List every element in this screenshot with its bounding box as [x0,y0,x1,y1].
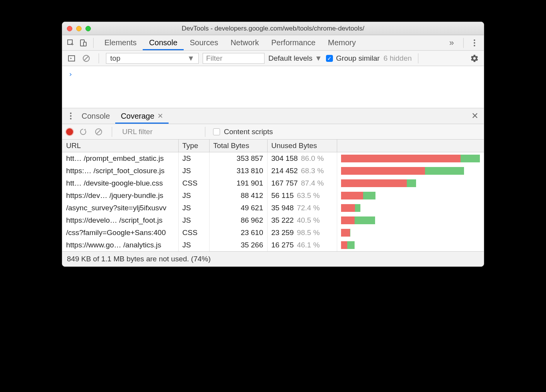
levels-label: Default levels [268,54,312,63]
traffic-lights [67,26,91,31]
cell-unused: 167 75787.4 % [267,177,337,189]
url-filter-input[interactable]: URL filter [120,128,197,136]
svg-point-10 [70,115,72,117]
col-header-type[interactable]: Type [178,140,209,152]
window-close-button[interactable] [67,26,72,31]
hidden-messages-count[interactable]: 6 hidden [384,54,412,63]
group-similar-toggle[interactable]: ✓ Group similar [326,54,380,63]
col-header-bar[interactable] [337,140,484,152]
cell-total: 353 857 [209,152,267,165]
cell-usage-bar [337,165,484,177]
window-title: DevTools - developers.google.com/web/too… [67,25,479,32]
console-prompt-icon: › [68,70,73,78]
cell-usage-bar [337,152,484,165]
console-output[interactable]: › [62,66,484,108]
content-scripts-toggle[interactable]: Content scripts [213,128,273,136]
drawer-tab-label: Coverage [121,112,154,121]
console-toolbar: top ▼ Filter Default levels ▼ ✓ Group si… [62,51,484,66]
log-levels-select[interactable]: Default levels ▼ [268,54,322,63]
table-row[interactable]: /async_survey?site=ylj5ifxusvvJS49 62135… [62,202,484,214]
device-toolbar-icon[interactable] [78,37,89,48]
record-button[interactable] [66,128,73,135]
tab-sources[interactable]: Sources [184,35,224,50]
cell-total: 86 962 [209,214,267,227]
cell-type: JS [178,189,209,202]
clear-console-icon[interactable] [81,53,92,64]
cell-type: CSS [178,227,209,239]
devtools-window: DevTools - developers.google.com/web/too… [62,22,484,267]
window-zoom-button[interactable] [85,26,91,31]
cell-type: JS [178,239,209,251]
cell-url: /async_survey?site=ylj5ifxusvv [62,202,178,214]
table-row[interactable]: https://develo… /script_foot.jsJS86 9623… [62,214,484,227]
inspect-element-icon[interactable] [65,37,76,48]
col-header-unused[interactable]: Unused Bytes [267,140,337,152]
chevron-down-icon: ▼ [315,54,322,63]
cell-usage-bar [337,214,484,227]
cell-url: htt… /devsite-google-blue.css [62,177,178,189]
cell-total: 88 412 [209,189,267,202]
divider [463,38,464,48]
drawer-tab-console[interactable]: Console [76,109,115,124]
tab-close-icon[interactable]: ✕ [157,112,163,120]
context-value: top [110,54,120,63]
table-row[interactable]: https://www.go… /analytics.jsJS35 26616 … [62,239,484,251]
tab-performance[interactable]: Performance [265,35,322,50]
clear-icon[interactable] [93,126,104,137]
tab-network[interactable]: Network [224,35,265,50]
tab-memory[interactable]: Memory [322,35,362,50]
cell-type: JS [178,152,209,165]
cell-total: 49 621 [209,202,267,214]
filter-placeholder: Filter [206,54,222,63]
cell-usage-bar [337,177,484,189]
table-row[interactable]: htt… /devsite-google-blue.cssCSS191 9011… [62,177,484,189]
table-row[interactable]: /css?family=Google+Sans:400CSS23 61023 2… [62,227,484,239]
cell-usage-bar [337,227,484,239]
svg-point-4 [474,42,475,44]
divider [93,38,94,48]
main-tab-bar: ElementsConsoleSourcesNetworkPerformance… [62,35,484,51]
table-row[interactable]: https://dev… /jquery-bundle.jsJS88 41256… [62,189,484,202]
table-header-row: URL Type Total Bytes Unused Bytes [62,140,484,152]
svg-line-13 [97,130,101,134]
kebab-menu-icon[interactable] [469,37,480,48]
drawer-tab-coverage[interactable]: Coverage✕ [115,109,169,124]
console-settings-icon[interactable] [469,53,480,64]
cell-type: JS [178,165,209,177]
svg-rect-2 [84,42,86,46]
coverage-table: URL Type Total Bytes Unused Bytes htt… /… [62,140,484,251]
reload-icon[interactable] [78,126,89,137]
table-row[interactable]: https:… /script_foot_closure.jsJS313 810… [62,165,484,177]
drawer-tab-label: Console [82,112,110,121]
drawer-close-button[interactable]: ✕ [469,111,481,121]
coverage-summary: 849 KB of 1.1 MB bytes are not used. (74… [62,251,484,266]
cell-url: https://www.go… /analytics.js [62,239,178,251]
drawer-kebab-icon[interactable] [65,111,76,121]
cell-total: 313 810 [209,165,267,177]
tab-elements[interactable]: Elements [98,35,143,50]
tabs-overflow: » [445,37,480,48]
cell-type: CSS [178,177,209,189]
table-row[interactable]: htt… /prompt_embed_static.jsJS353 857304… [62,152,484,165]
col-header-url[interactable]: URL [62,140,178,152]
window-minimize-button[interactable] [76,26,82,31]
col-header-total[interactable]: Total Bytes [209,140,267,152]
drawer-tabs: ConsoleCoverage✕ [76,109,169,124]
svg-point-5 [474,45,475,46]
cell-total: 191 901 [209,177,267,189]
show-console-sidebar-icon[interactable] [66,53,77,64]
tabs-overflow-button[interactable]: » [445,38,458,48]
console-filter-input[interactable]: Filter [203,53,264,64]
main-tabs: ElementsConsoleSourcesNetworkPerformance… [98,35,362,50]
cell-url: https://develo… /script_foot.js [62,214,178,227]
cell-total: 23 610 [209,227,267,239]
divider [418,53,418,63]
cell-usage-bar [337,239,484,251]
execution-context-select[interactable]: top ▼ [106,53,199,64]
checkbox-checked-icon: ✓ [326,55,333,62]
chevron-down-icon: ▼ [187,54,195,63]
content-scripts-label: Content scripts [224,128,273,136]
cell-url: htt… /prompt_embed_static.js [62,152,178,165]
tab-console[interactable]: Console [143,35,183,50]
cell-unused: 35 22240.5 % [267,214,337,227]
